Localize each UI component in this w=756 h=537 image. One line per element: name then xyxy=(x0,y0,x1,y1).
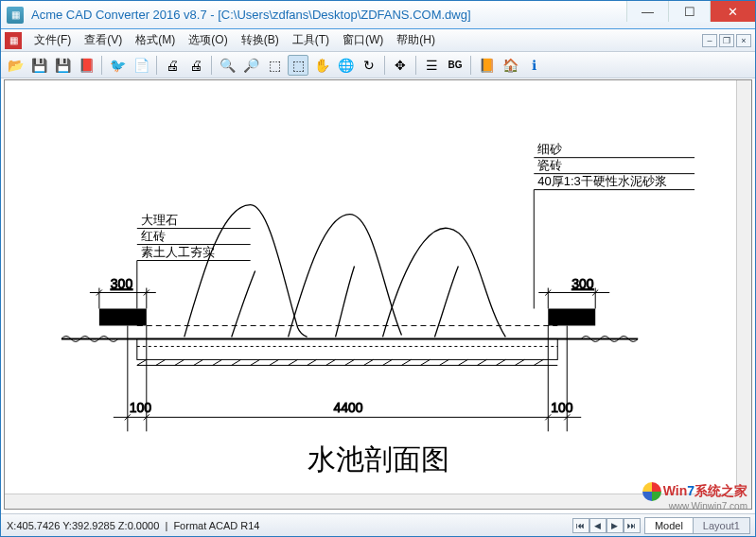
close-button[interactable]: ✕ xyxy=(710,1,755,22)
pool-basin xyxy=(137,325,557,365)
extension-lines xyxy=(128,325,567,431)
svg-line-31 xyxy=(364,359,374,365)
window-title: Acme CAD Converter 2016 v8.7 - [C:\Users… xyxy=(29,8,626,22)
zoom-in-icon[interactable]: 🔍 xyxy=(217,55,237,76)
mdi-minimize-button[interactable]: – xyxy=(702,34,717,47)
bg-button[interactable]: BG xyxy=(445,55,466,76)
dim-bottom: 100 4400 100 xyxy=(114,400,581,420)
scroll-corner xyxy=(736,494,751,509)
menu-format[interactable]: 格式(M) xyxy=(129,29,182,51)
svg-line-25 xyxy=(251,359,260,365)
rotate-icon[interactable]: ↻ xyxy=(359,55,379,76)
convert-icon[interactable]: 📄 xyxy=(131,55,151,76)
zoom-extents-icon[interactable]: ⬚ xyxy=(288,55,308,76)
svg-line-30 xyxy=(345,359,355,365)
svg-rect-15 xyxy=(137,338,557,359)
menu-options[interactable]: 选项(O) xyxy=(182,29,234,51)
print-preview-icon[interactable]: 🖨 xyxy=(185,55,206,76)
svg-line-22 xyxy=(194,359,203,365)
separator xyxy=(101,56,102,75)
svg-text:300: 300 xyxy=(571,276,594,291)
svg-text:素土人工夯实: 素土人工夯实 xyxy=(141,245,215,259)
svg-text:瓷砖: 瓷砖 xyxy=(537,158,562,172)
separator xyxy=(415,56,416,75)
svg-line-34 xyxy=(420,359,430,365)
home-icon[interactable]: 🏠 xyxy=(500,55,520,76)
left-label-group: 大理石 红砖 素土人工夯实 xyxy=(137,213,251,309)
maximize-button[interactable]: ☐ xyxy=(668,1,710,22)
prev-tab-button[interactable]: ◀ xyxy=(589,518,607,533)
tab-layout1[interactable]: Layout1 xyxy=(693,517,750,534)
first-tab-button[interactable]: ⏮ xyxy=(572,518,589,533)
statusbar: X:405.7426 Y:392.9285 Z:0.0000 | Format … xyxy=(1,513,755,536)
menu-convert[interactable]: 转换(B) xyxy=(235,29,286,51)
mdi-close-button[interactable]: × xyxy=(736,34,751,47)
svg-text:40厚1:3干硬性水泥砂浆: 40厚1:3干硬性水泥砂浆 xyxy=(537,174,666,188)
svg-text:大理石: 大理石 xyxy=(141,213,178,227)
menu-tools[interactable]: 工具(T) xyxy=(286,29,336,51)
svg-text:100: 100 xyxy=(551,400,573,415)
status-format: Format ACAD R14 xyxy=(173,520,259,531)
dim-top-left: 300 xyxy=(90,276,156,309)
save-alt-icon[interactable]: 💾 xyxy=(52,55,73,76)
svg-line-29 xyxy=(326,359,336,365)
dim-top-right: 300 xyxy=(538,276,609,309)
pan-icon[interactable]: ✋ xyxy=(311,55,332,76)
toolbar: 📂 💾 💾 📕 🐦 📄 🖨 🖨 🔍 🔎 ⬚ ⬚ ✋ 🌐 ↻ ✥ ☰ BG 📙 🏠… xyxy=(1,52,755,78)
app-icon: ▦ xyxy=(7,7,24,24)
svg-line-40 xyxy=(534,359,543,365)
layout-tabs: Model Layout1 xyxy=(644,517,749,534)
svg-text:4400: 4400 xyxy=(334,400,363,415)
right-label-group: 细砂 瓷砖 40厚1:3干硬性水泥砂浆 xyxy=(534,142,694,309)
drawing-title: 水池剖面图 xyxy=(308,443,449,475)
drawing-canvas[interactable]: 水池剖面图 大理石 红砖 素土人工夯实 细砂 瓷砖 40厚1:3干硬性水泥砂浆 xyxy=(4,79,752,510)
menu-help[interactable]: 帮助(H) xyxy=(390,29,442,51)
svg-line-21 xyxy=(175,359,185,365)
status-text: X:405.7426 Y:392.9285 Z:0.0000 | Format … xyxy=(7,520,572,531)
separator xyxy=(156,56,157,75)
menu-view[interactable]: 查看(V) xyxy=(78,29,129,51)
app-window: ▦ Acme CAD Converter 2016 v8.7 - [C:\Use… xyxy=(0,0,756,537)
next-tab-button[interactable]: ▶ xyxy=(607,518,624,533)
layers-icon[interactable]: ☰ xyxy=(421,55,442,76)
globe-icon[interactable]: 🌐 xyxy=(335,55,356,76)
cad-drawing: 水池剖面图 大理石 红砖 素土人工夯实 细砂 瓷砖 40厚1:3干硬性水泥砂浆 xyxy=(5,80,751,509)
menu-window[interactable]: 窗口(W) xyxy=(336,29,390,51)
svg-text:300: 300 xyxy=(111,276,133,291)
zoom-window-icon[interactable]: ⬚ xyxy=(264,55,285,76)
svg-text:100: 100 xyxy=(130,400,152,415)
svg-line-36 xyxy=(458,359,467,365)
svg-line-27 xyxy=(289,359,298,365)
titlebar: ▦ Acme CAD Converter 2016 v8.7 - [C:\Use… xyxy=(1,1,755,29)
svg-line-37 xyxy=(477,359,486,365)
separator xyxy=(384,56,385,75)
rocks xyxy=(185,205,506,338)
separator xyxy=(470,56,471,75)
vertical-scrollbar[interactable] xyxy=(736,80,751,494)
pdf-icon[interactable]: 📕 xyxy=(76,55,97,76)
book-icon[interactable]: 📙 xyxy=(476,55,497,76)
save-icon[interactable]: 💾 xyxy=(28,55,49,76)
svg-text:细砂: 细砂 xyxy=(537,142,562,156)
zoom-out-icon[interactable]: 🔎 xyxy=(240,55,261,76)
menu-file[interactable]: 文件(F) xyxy=(27,29,78,51)
minimize-button[interactable]: — xyxy=(626,1,668,22)
menu-app-icon: ▦ xyxy=(5,32,22,49)
arrows-icon[interactable]: ✥ xyxy=(390,55,411,76)
status-coords: X:405.7426 Y:392.9285 Z:0.0000 xyxy=(7,520,159,531)
info-icon[interactable]: ℹ xyxy=(523,55,544,76)
svg-line-33 xyxy=(401,359,411,365)
window-buttons: — ☐ ✕ xyxy=(626,1,755,28)
bird-icon[interactable]: 🐦 xyxy=(107,55,128,76)
print-icon[interactable]: 🖨 xyxy=(162,55,183,76)
open-icon[interactable]: 📂 xyxy=(5,55,26,76)
svg-line-24 xyxy=(232,359,241,365)
svg-line-20 xyxy=(156,359,166,365)
tab-nav-buttons: ⏮ ◀ ▶ ⏭ xyxy=(572,518,641,533)
last-tab-button[interactable]: ⏭ xyxy=(624,518,641,533)
svg-line-39 xyxy=(515,359,524,365)
mdi-restore-button[interactable]: ❐ xyxy=(719,34,734,47)
tab-model[interactable]: Model xyxy=(644,517,694,534)
svg-line-35 xyxy=(439,359,448,365)
horizontal-scrollbar[interactable] xyxy=(5,494,736,509)
